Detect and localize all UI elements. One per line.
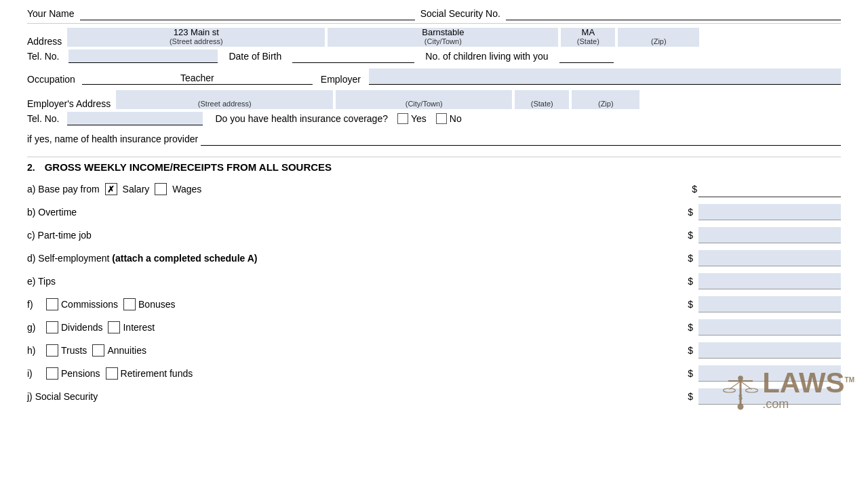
health-provider-label: if yes, name of health insurance provide… (27, 134, 198, 144)
commissions-checkbox[interactable] (46, 298, 58, 310)
dob-label: Date of Birth (229, 51, 281, 62)
income-row-h: h) Trusts Annuities $ (27, 342, 841, 359)
address-label: Address (27, 36, 62, 47)
income-field-e[interactable] (698, 273, 841, 289)
income-field-c[interactable] (698, 227, 841, 243)
dollar-e: $ (688, 276, 693, 287)
tel-field[interactable] (68, 49, 218, 63)
section2-number: 2. (27, 162, 35, 173)
children-label: No. of children living with you (425, 51, 548, 62)
income-field-d[interactable] (698, 250, 841, 266)
income-field-f[interactable] (698, 296, 841, 312)
employer-address-label: Employer's Address (27, 98, 111, 109)
no-label: No (450, 113, 462, 124)
children-field[interactable] (559, 49, 614, 63)
dollar-b: $ (688, 207, 693, 218)
emp-city-field[interactable]: (City/Town) (336, 90, 512, 109)
svg-text:$: $ (738, 392, 743, 401)
income-row-j: j) Social Security $ (27, 388, 841, 405)
pensions-checkbox[interactable] (46, 367, 58, 380)
income-field-h[interactable] (698, 342, 841, 359)
income-row-f: f) Commissions Bonuses $ (27, 296, 841, 312)
laws-watermark: $ LAWSTM .com (720, 369, 854, 411)
wages-checkbox[interactable] (155, 183, 167, 195)
annuities-checkbox[interactable] (92, 344, 104, 357)
dollar-f: $ (688, 299, 693, 310)
trusts-checkbox[interactable] (46, 344, 58, 357)
no-checkbox[interactable] (436, 113, 447, 124)
emp-state-field[interactable]: (State) (515, 90, 569, 109)
income-input-a[interactable] (698, 181, 841, 197)
yes-checkbox[interactable] (397, 113, 408, 124)
section2-title: GROSS WEEKLY INCOME/RECEIPTS FROM ALL SO… (45, 161, 332, 173)
emp-street-field[interactable]: (Street address) (116, 90, 333, 109)
state-field[interactable]: MA (State) (561, 28, 615, 47)
social-security-label: j) Social Security (27, 391, 682, 402)
income-row-a: a) Base pay from ✗ Salary Wages $ (27, 181, 841, 197)
tel2-field[interactable] (67, 112, 203, 125)
bonuses-checkbox[interactable] (123, 298, 136, 310)
employer-label: Employer (321, 74, 361, 85)
retirement-checkbox[interactable] (106, 367, 118, 380)
city-field[interactable]: Barnstable (City/Town) (328, 28, 558, 47)
yes-label: Yes (411, 113, 427, 124)
wages-label: Wages (172, 184, 201, 195)
emp-zip-field[interactable]: (Zip) (572, 90, 639, 109)
tel-label: Tel. No. (27, 51, 59, 62)
occupation-field[interactable]: Teacher (82, 68, 313, 85)
income-row-c: c) Part-time job $ (27, 227, 841, 243)
health-provider-field[interactable] (201, 132, 841, 146)
interest-checkbox[interactable] (108, 321, 120, 333)
occupation-label: Occupation (27, 74, 75, 85)
your-name-label: Your Name (27, 8, 75, 19)
income-row-d: d) Self-employment (attach a completed s… (27, 250, 841, 266)
health-question: Do you have health insurance coverage? (215, 113, 388, 124)
dollar-c: $ (688, 230, 693, 241)
zip-field[interactable]: (Zip) (618, 28, 699, 47)
income-row-b: b) Overtime $ (27, 204, 841, 220)
dollar-d: $ (688, 253, 693, 264)
ssn-label: Social Security No. (420, 8, 500, 19)
income-row-i: i) Pensions Retirement funds $ (27, 365, 841, 382)
street-field[interactable]: 123 Main st (Street address) (67, 28, 325, 47)
income-row-g: g) Dividends Interest $ (27, 319, 841, 336)
ssn-field[interactable] (506, 7, 841, 20)
dividends-checkbox[interactable] (46, 321, 58, 333)
dollar-h: $ (688, 345, 693, 356)
svg-point-3 (738, 375, 743, 381)
dollar-j: $ (688, 391, 693, 402)
your-name-field[interactable] (80, 7, 415, 20)
income-row-e: e) Tips $ (27, 273, 841, 289)
salary-label: Salary (123, 184, 150, 195)
income-field-b[interactable] (698, 204, 841, 220)
tel2-label: Tel. No. (27, 113, 59, 124)
dob-field[interactable] (292, 49, 414, 63)
dollar-g: $ (688, 322, 693, 333)
dollar-i: $ (688, 368, 693, 379)
dollar-a: $ (692, 184, 697, 195)
income-field-g[interactable] (698, 319, 841, 336)
employer-field[interactable] (369, 68, 841, 85)
salary-checkbox[interactable]: ✗ (105, 183, 117, 195)
